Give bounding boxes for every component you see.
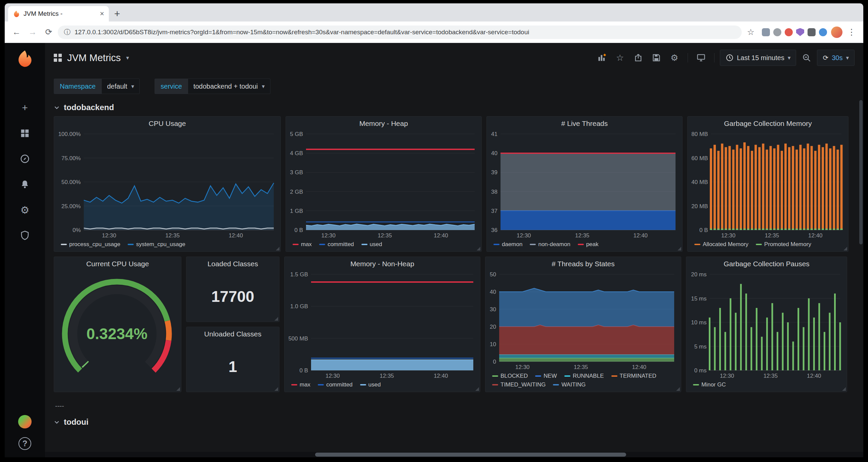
panel-title[interactable]: Unloaded Classes (186, 327, 279, 341)
legend-item[interactable]: peak (578, 240, 598, 249)
zoom-out-icon[interactable] (799, 50, 814, 65)
legend-item[interactable]: max (291, 381, 310, 389)
variable-value-dropdown[interactable]: todobackend + todoui ▾ (188, 78, 271, 94)
panel-title[interactable]: Current CPU Usage (54, 257, 181, 271)
refresh-picker[interactable]: ⟳ 30s ▾ (817, 50, 855, 66)
side-navigation: + ⚙ ? (5, 43, 45, 457)
legend-item[interactable]: max (292, 240, 312, 249)
new-tab-button[interactable]: + (114, 9, 120, 19)
legend-item[interactable]: system_cpu_usage (128, 240, 185, 249)
browser-tab[interactable]: JVM Metrics - × (8, 6, 109, 22)
grafana-logo-icon[interactable] (16, 49, 34, 68)
svg-text:12:35: 12:35 (575, 232, 590, 239)
legend-item[interactable]: RUNNABLE (564, 372, 604, 381)
legend-item[interactable]: TIMED_WAITING (492, 381, 546, 389)
create-icon[interactable]: + (17, 100, 33, 116)
add-panel-icon[interactable] (594, 50, 610, 65)
refresh-interval-value[interactable]: 30s (832, 54, 842, 62)
chevron-down-icon (54, 419, 60, 425)
variable-value: todobackend + todoui (193, 82, 258, 90)
back-button[interactable]: ← (9, 25, 24, 39)
browser-toolbar: ← → ⟳ ⓘ 127.0.0.1:3002/d/D65bST8iz/jvm-m… (5, 22, 863, 43)
panel-title[interactable]: # Threads by States (486, 257, 681, 271)
reload-button[interactable]: ⟳ (42, 25, 56, 39)
forward-button[interactable]: → (26, 25, 40, 39)
legend: daemonnon-deamonpeak (487, 240, 682, 252)
svg-text:100.00%: 100.00% (58, 131, 81, 137)
legend-item[interactable]: BLOCKED (492, 372, 528, 381)
variable-value-dropdown[interactable]: default ▾ (102, 78, 140, 94)
svg-text:1 GB: 1 GB (290, 208, 303, 214)
tab-strip: JVM Metrics - × + (5, 3, 863, 22)
extension-icon[interactable] (762, 28, 770, 36)
extension-icon[interactable] (773, 28, 781, 36)
chart[interactable]: 0 ms5 ms10 ms15 ms20 ms12:3012:3512:40 (688, 271, 843, 380)
row-header-todobackend[interactable]: todobackend (45, 95, 863, 116)
row-header-todoui[interactable]: todoui (45, 410, 863, 431)
page-info-icon[interactable]: ⓘ (64, 28, 70, 37)
legend-item[interactable]: daemon (493, 240, 522, 249)
extension-icon[interactable] (819, 28, 827, 36)
user-avatar[interactable] (18, 415, 32, 428)
explore-compass-icon[interactable] (17, 151, 33, 167)
configuration-gear-icon[interactable]: ⚙ (17, 202, 33, 218)
dashboard-grid-icon[interactable] (54, 54, 62, 62)
tab-close-icon[interactable]: × (100, 9, 104, 18)
profile-avatar[interactable] (831, 27, 842, 38)
dashboards-icon[interactable] (17, 126, 33, 141)
legend-item[interactable]: used (360, 381, 381, 389)
legend-item[interactable]: process_cpu_usage (61, 240, 120, 249)
panel-title[interactable]: # Live Threads (487, 117, 682, 131)
refresh-icon[interactable]: ⟳ (823, 54, 828, 62)
bookmark-star-icon[interactable]: ☆ (744, 25, 758, 39)
star-dashboard-icon[interactable]: ☆ (612, 50, 628, 65)
row-title: todoui (64, 417, 88, 427)
chart[interactable]: 0%25.00%50.00%75.00%100.00%12:3012:3512:… (56, 131, 277, 239)
legend-item[interactable]: non-deamon (530, 240, 570, 249)
browser-menu-icon[interactable]: ⋮ (844, 25, 859, 39)
server-admin-shield-icon[interactable] (17, 228, 33, 243)
gauge-chart[interactable]: 0.3234% (56, 271, 178, 391)
legend-item[interactable]: used (362, 240, 382, 249)
variable-label: Namespace (54, 78, 102, 94)
panel-title[interactable]: CPU Usage (54, 117, 280, 131)
extension-icon[interactable] (785, 28, 793, 36)
extension-icon[interactable] (796, 28, 804, 36)
extension-icon[interactable] (808, 28, 815, 36)
cycle-view-monitor-icon[interactable] (693, 50, 709, 65)
help-icon[interactable]: ? (19, 437, 31, 450)
chart[interactable]: 36373839404112:3012:3512:40 (489, 131, 679, 239)
legend-item[interactable]: TERMINATED (611, 372, 656, 381)
panel-title[interactable]: Memory - Heap (286, 117, 482, 131)
title-caret-icon[interactable]: ▾ (126, 55, 129, 61)
legend-item[interactable]: committed (318, 381, 352, 389)
chart[interactable]: 0 B1 GB2 GB3 GB4 GB5 GB12:3012:3512:40 (288, 131, 478, 239)
chart[interactable]: 0 B20 MB40 MB60 MB80 MB12:3012:3512:40 (690, 131, 845, 239)
save-dashboard-icon[interactable] (649, 50, 664, 65)
url-bar[interactable]: ⓘ 127.0.0.1:3002/d/D65bST8iz/jvm-metrics… (58, 26, 742, 39)
svg-text:15 ms: 15 ms (691, 295, 706, 302)
legend-item[interactable]: committed (319, 240, 354, 249)
dashboard-settings-icon[interactable]: ⚙ (667, 50, 682, 65)
share-dashboard-icon[interactable] (630, 50, 646, 65)
legend-item[interactable]: Promoted Memory (756, 240, 811, 249)
panel-threads-by-states: # Threads by States 0102030405012:3012:3… (485, 257, 681, 392)
legend-item[interactable]: Allocated Memory (694, 240, 748, 249)
chart[interactable]: 0 B500 MB1.0 GB1.5 GB12:3012:3512:40 (286, 271, 477, 380)
horizontal-scrollbar[interactable] (45, 452, 863, 457)
legend-item[interactable]: Minor GC (693, 381, 726, 389)
vertical-scrollbar-thumb[interactable] (859, 100, 863, 244)
stat-value: 1 (186, 341, 279, 392)
panel-title[interactable]: Memory - Non-Heap (284, 257, 480, 271)
chart[interactable]: 0102030405012:3012:3512:40 (488, 271, 678, 371)
panel-title[interactable]: Loaded Classes (186, 257, 279, 271)
legend-item[interactable]: NEW (535, 372, 557, 381)
panel-title[interactable]: Garbage Collection Memory (688, 117, 848, 131)
alerting-bell-icon[interactable] (17, 176, 33, 192)
panel-title[interactable]: Garbage Collection Pauses (686, 257, 847, 271)
legend-item[interactable]: WAITING (553, 381, 586, 389)
dashboard-title[interactable]: JVM Metrics (67, 53, 121, 63)
panel-memory-heap: Memory - Heap 0 B1 GB2 GB3 GB4 GB5 GB12:… (285, 116, 482, 252)
horizontal-scrollbar-thumb[interactable] (315, 453, 626, 457)
time-range-picker[interactable]: Last 15 minutes ▾ (720, 50, 797, 66)
